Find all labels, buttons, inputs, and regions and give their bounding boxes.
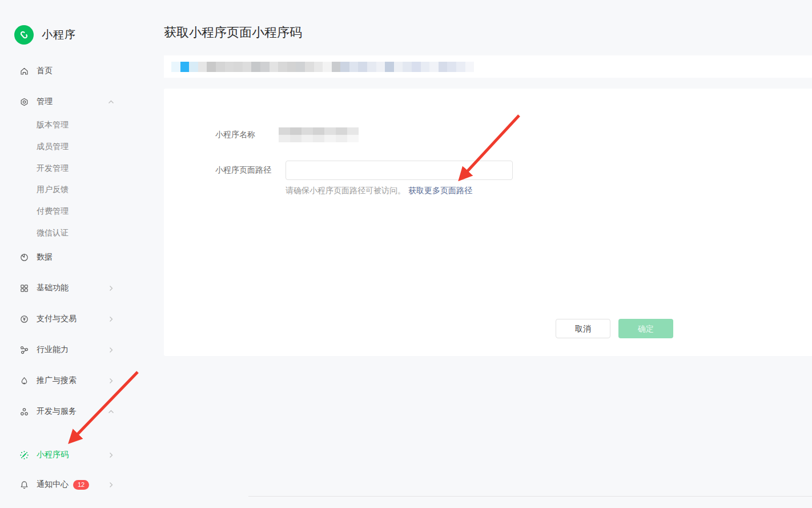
redaction-pixel-block bbox=[290, 127, 302, 135]
helper-text: 请确保小程序页面路径可被访问。 bbox=[286, 186, 405, 195]
sidebar-subitem-members[interactable]: 成员管理 bbox=[37, 140, 139, 154]
sidebar-subitem-label: 成员管理 bbox=[37, 142, 69, 152]
redaction-pixel-block bbox=[171, 62, 180, 72]
sidebar-item-industry[interactable]: 行业能力 bbox=[19, 342, 146, 357]
redaction-pixel-block bbox=[324, 127, 336, 135]
redaction-pixel-block bbox=[429, 62, 439, 72]
three-circles-icon bbox=[19, 407, 29, 417]
redaction-pixel-block bbox=[336, 127, 347, 135]
redaction-pixel-block bbox=[207, 62, 216, 72]
sidebar-item-label: 首页 bbox=[37, 66, 53, 76]
sidebar-item-label: 数据 bbox=[37, 252, 53, 262]
chevron-right-icon bbox=[106, 450, 116, 460]
redaction-pixel-block bbox=[465, 62, 475, 72]
redaction-pixel-block bbox=[216, 62, 225, 72]
sidebar-item-payment-trade[interactable]: 支付与交易 bbox=[19, 311, 146, 326]
sidebar-item-label: 开发与服务 bbox=[37, 406, 77, 417]
molecule-icon bbox=[19, 345, 29, 355]
miniprogram-logo-icon bbox=[14, 25, 34, 45]
sidebar-item-label: 管理 bbox=[37, 97, 53, 107]
chevron-up-icon bbox=[106, 407, 116, 417]
redaction-pixel-block bbox=[412, 62, 421, 72]
redaction-pixel-block bbox=[332, 62, 341, 72]
redaction-pixel-block bbox=[403, 62, 412, 72]
wechat-miniprogram-console: 小程序 首页 管理 版本管理 成员管理 开发管理 用户反馈 bbox=[0, 0, 812, 508]
redaction-pixel-block bbox=[447, 62, 456, 72]
redaction-pixel-block bbox=[278, 62, 287, 72]
mini-program-code-icon bbox=[19, 450, 29, 460]
page-path-input[interactable] bbox=[286, 161, 513, 180]
notification-badge: 12 bbox=[73, 480, 89, 490]
brand: 小程序 bbox=[14, 25, 76, 45]
sidebar-item-dev-services[interactable]: 开发与服务 bbox=[19, 404, 146, 419]
redaction-pixel-block bbox=[323, 62, 332, 72]
redaction-pixel-block bbox=[367, 62, 376, 72]
pie-chart-icon bbox=[19, 253, 29, 262]
redaction-pixel-block bbox=[198, 62, 207, 72]
redacted-miniprogram-name bbox=[279, 127, 359, 142]
redaction-pixel-block bbox=[314, 62, 323, 72]
redaction-pixel-block bbox=[385, 62, 394, 72]
sidebar-subitem-feedback[interactable]: 用户反馈 bbox=[37, 183, 139, 197]
sidebar-item-data[interactable]: 数据 bbox=[19, 250, 146, 265]
redaction-pixel-block bbox=[180, 62, 190, 72]
redaction-pixel-block bbox=[296, 62, 305, 72]
chevron-right-icon bbox=[106, 314, 116, 324]
get-more-paths-link[interactable]: 获取更多页面路径 bbox=[408, 186, 472, 195]
cancel-button[interactable]: 取消 bbox=[556, 319, 610, 338]
sidebar: 小程序 首页 管理 版本管理 成员管理 开发管理 用户反馈 bbox=[0, 0, 164, 508]
app-title: 小程序 bbox=[42, 27, 76, 42]
sidebar-item-basic-features[interactable]: 基础功能 bbox=[19, 281, 146, 295]
sidebar-subitem-label: 微信认证 bbox=[37, 228, 69, 238]
redaction-pixel-block bbox=[279, 135, 290, 142]
sidebar-item-label: 推广与搜索 bbox=[37, 375, 77, 386]
home-icon bbox=[19, 66, 29, 76]
chevron-right-icon bbox=[106, 345, 116, 355]
sidebar-item-minicode[interactable]: 小程序码 bbox=[19, 447, 146, 462]
sidebar-item-notification-center[interactable]: 通知中心 12 bbox=[19, 477, 146, 492]
redaction-pixel-block bbox=[225, 62, 234, 72]
redaction-pixel-block bbox=[336, 135, 347, 142]
sidebar-item-label: 支付与交易 bbox=[37, 314, 77, 324]
redaction-pixel-block bbox=[456, 62, 465, 72]
chevron-right-icon bbox=[106, 283, 116, 293]
sidebar-subitem-wechat-verify[interactable]: 微信认证 bbox=[37, 226, 139, 240]
form-card: 小程序名称 小程序页面路径 请确保小程序页面路径可被访问。获取更多页面路径 取消… bbox=[164, 89, 812, 356]
sidebar-item-manage[interactable]: 管理 bbox=[19, 94, 146, 109]
redaction-pixel-block bbox=[287, 62, 296, 72]
bell-icon bbox=[19, 480, 29, 490]
page-title: 获取小程序页面小程序码 bbox=[164, 24, 302, 41]
redaction-pixel-block bbox=[347, 127, 359, 135]
sidebar-item-label: 行业能力 bbox=[37, 345, 69, 355]
redaction-pixel-block bbox=[394, 62, 403, 72]
bottom-divider bbox=[248, 496, 812, 497]
redaction-pixel-block bbox=[324, 135, 336, 142]
chevron-right-icon bbox=[106, 376, 116, 386]
sidebar-subitem-version[interactable]: 版本管理 bbox=[37, 118, 139, 132]
flame-icon bbox=[19, 376, 29, 386]
redaction-pixel-block bbox=[439, 62, 448, 72]
yen-circle-icon bbox=[19, 314, 29, 324]
miniprogram-name-label: 小程序名称 bbox=[215, 130, 255, 140]
redaction-pixel-block bbox=[302, 135, 313, 142]
grid-icon bbox=[19, 283, 29, 293]
redaction-pixel-block bbox=[270, 62, 279, 72]
sidebar-subitem-label: 付费管理 bbox=[37, 206, 69, 217]
page-path-label: 小程序页面路径 bbox=[215, 165, 271, 175]
redaction-pixel-block bbox=[279, 127, 290, 135]
confirm-button[interactable]: 确定 bbox=[618, 319, 673, 338]
redaction-pixel-block bbox=[421, 62, 430, 72]
sidebar-item-label: 通知中心 bbox=[37, 479, 69, 490]
redaction-pixel-block bbox=[243, 62, 252, 72]
redaction-pixel-block bbox=[290, 135, 302, 142]
sidebar-item-home[interactable]: 首页 bbox=[19, 63, 146, 78]
sidebar-subitem-label: 版本管理 bbox=[37, 120, 69, 130]
redaction-pixel-block bbox=[305, 62, 314, 72]
sidebar-item-promotion-search[interactable]: 推广与搜索 bbox=[19, 373, 146, 388]
helper-row: 请确保小程序页面路径可被访问。获取更多页面路径 bbox=[286, 186, 472, 196]
sidebar-subitem-development[interactable]: 开发管理 bbox=[37, 162, 139, 175]
manage-icon bbox=[19, 97, 29, 107]
redacted-breadcrumb bbox=[164, 55, 812, 78]
redaction-pixel-block bbox=[313, 127, 324, 135]
sidebar-subitem-payment-manage[interactable]: 付费管理 bbox=[37, 205, 139, 218]
